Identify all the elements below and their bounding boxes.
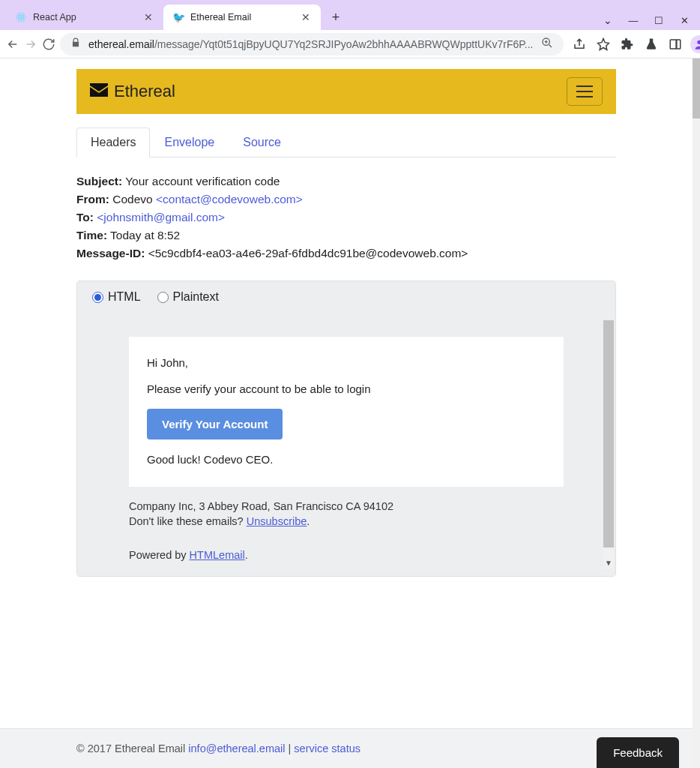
- scrollbar-thumb[interactable]: [693, 58, 700, 118]
- message-body: ▼ Hi John, Please verify your account to…: [77, 313, 615, 576]
- site-navbar: Ethereal: [76, 69, 616, 114]
- message-card: HTML Plaintext ▼ Hi John, Please verify …: [76, 280, 616, 577]
- svg-rect-5: [670, 40, 681, 49]
- header-message-id: Message-ID: <5c9cdbf4-ea03-a4e6-29af-6fd…: [76, 244, 616, 262]
- site-footer: © 2017 Ethereal Email info@ethereal.emai…: [0, 728, 693, 768]
- powered-by: Powered by HTMLemail.: [129, 548, 564, 562]
- message-nav-tabs: Headers Envelope Source: [76, 128, 616, 158]
- format-plaintext-radio[interactable]: [157, 292, 169, 303]
- new-tab-button[interactable]: +: [325, 7, 346, 28]
- window-controls: ⌄ — ☐ ✕: [595, 9, 700, 30]
- scroll-down-arrow[interactable]: ▼: [603, 558, 614, 568]
- url-text: ethereal.email/message/Yqt0t51qjBpyUQU7Y…: [88, 38, 534, 50]
- tab-title: React App: [33, 12, 136, 22]
- star-icon[interactable]: [592, 33, 615, 56]
- tab-title: Ethereal Email: [190, 12, 294, 22]
- tab-react-app[interactable]: React App ✕: [6, 4, 163, 30]
- close-icon[interactable]: ✕: [142, 11, 154, 23]
- email-content: Hi John, Please verify your account to b…: [129, 337, 564, 487]
- header-time: Time: Today at 8:52: [76, 226, 616, 244]
- copyright: © 2017 Ethereal Email: [76, 742, 188, 754]
- unsubscribe-link[interactable]: Unsubscribe: [247, 515, 307, 527]
- page-scrollbar[interactable]: [693, 58, 700, 768]
- format-bar: HTML Plaintext: [77, 281, 615, 313]
- svg-point-0: [20, 16, 22, 19]
- service-status-link[interactable]: service status: [294, 742, 360, 754]
- verify-account-button[interactable]: Verify Your Account: [147, 409, 283, 440]
- tab-envelope[interactable]: Envelope: [150, 128, 229, 157]
- mail-icon: [90, 83, 108, 100]
- page-content: Ethereal Headers Envelope Source Subject…: [0, 58, 693, 768]
- zoom-icon[interactable]: [541, 37, 553, 51]
- header-to: To: <johnsmith@gmail.com>: [76, 208, 616, 226]
- lock-icon: [70, 38, 81, 50]
- tab-ethereal-email[interactable]: 🐦 Ethereal Email ✕: [163, 4, 321, 30]
- email-greeting: Hi John,: [147, 356, 546, 369]
- profile-button[interactable]: [688, 33, 701, 56]
- share-icon[interactable]: [568, 33, 591, 56]
- flask-icon[interactable]: [640, 33, 663, 56]
- address-bar[interactable]: ethereal.email/message/Yqt0t51qjBpyUQU7Y…: [60, 33, 564, 56]
- svg-point-6: [697, 40, 700, 44]
- browser-toolbar: ethereal.email/message/Yqt0t51qjBpyUQU7Y…: [0, 30, 700, 58]
- chevron-down-icon[interactable]: ⌄: [595, 10, 621, 30]
- back-button[interactable]: [6, 34, 19, 55]
- ethereal-favicon: 🐦: [172, 11, 184, 23]
- panel-icon[interactable]: [664, 33, 687, 56]
- company-address: Company Inc, 3 Abbey Road, San Francisco…: [129, 499, 564, 514]
- react-favicon: [15, 11, 27, 23]
- forward-button[interactable]: [24, 34, 37, 55]
- minimize-button[interactable]: —: [621, 10, 646, 30]
- inner-scrollbar[interactable]: ▼: [603, 320, 614, 568]
- unsubscribe-line: Don't like these emails? Unsubscribe.: [129, 514, 564, 529]
- tab-source[interactable]: Source: [229, 128, 295, 157]
- maximize-button[interactable]: ☐: [646, 10, 672, 30]
- inner-scroll-thumb[interactable]: [603, 320, 614, 548]
- tabs-row: React App ✕ 🐦 Ethereal Email ✕ +: [0, 0, 346, 30]
- header-subject: Subject: Your account verification code: [76, 172, 616, 190]
- format-html[interactable]: HTML: [92, 290, 141, 304]
- header-from: From: Codevo <contact@codevoweb.com>: [76, 190, 616, 208]
- feedback-button[interactable]: Feedback: [597, 737, 679, 768]
- brand-text: Ethereal: [114, 82, 175, 101]
- extensions-icon[interactable]: [616, 33, 639, 56]
- close-icon[interactable]: ✕: [300, 11, 312, 23]
- brand[interactable]: Ethereal: [90, 82, 175, 101]
- toolbar-right: [568, 33, 701, 56]
- menu-toggle[interactable]: [567, 77, 603, 106]
- headers-block: Subject: Your account verification code …: [76, 158, 616, 276]
- from-email-link[interactable]: <contact@codevoweb.com>: [156, 193, 303, 206]
- format-html-radio[interactable]: [92, 292, 103, 303]
- footer-email-link[interactable]: info@ethereal.email: [188, 742, 285, 754]
- to-email-link[interactable]: <johnsmith@gmail.com>: [97, 211, 225, 224]
- email-signoff: Good luck! Codevo CEO.: [147, 453, 546, 466]
- tab-headers[interactable]: Headers: [76, 128, 150, 158]
- browser-titlebar: React App ✕ 🐦 Ethereal Email ✕ + ⌄ — ☐ ✕: [0, 0, 700, 30]
- email-footer: Company Inc, 3 Abbey Road, San Francisco…: [129, 499, 564, 562]
- email-line1: Please verify your account to be able to…: [147, 382, 546, 395]
- format-plaintext[interactable]: Plaintext: [157, 290, 219, 304]
- reload-button[interactable]: [42, 34, 55, 55]
- htmlemail-link[interactable]: HTMLemail: [190, 549, 245, 561]
- close-window-button[interactable]: ✕: [672, 10, 697, 30]
